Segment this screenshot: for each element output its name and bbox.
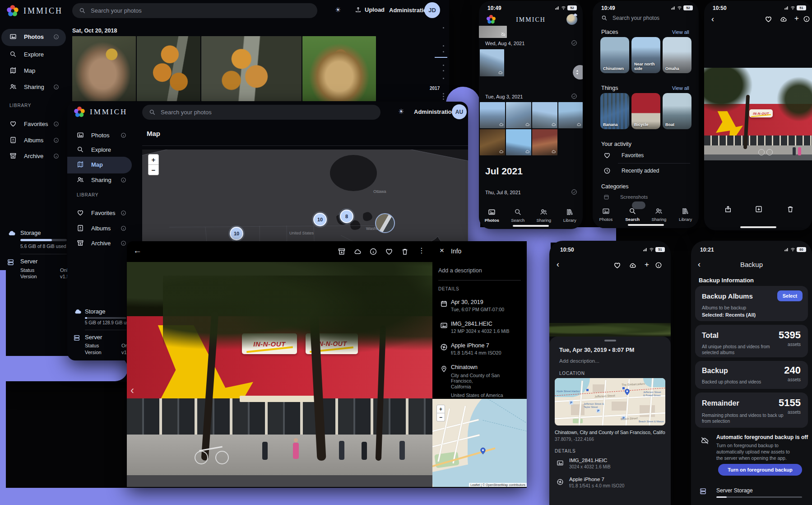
tab-photos[interactable]: Photos [479,208,505,223]
info-icon[interactable] [803,15,810,23]
administration-link[interactable]: Administration [414,108,455,115]
activity-favorites-row[interactable]: Favorites [603,152,644,159]
sidebar-item-explore[interactable]: Explore [9,51,44,58]
photo-tile[interactable] [506,129,531,155]
zoom-out-button[interactable]: − [436,413,445,421]
app-logo[interactable]: IMMICH [6,5,63,17]
favorite-heart-icon[interactable] [613,262,621,269]
previous-photo-chevron[interactable]: ‹ [130,384,134,397]
close-icon[interactable]: × [440,246,444,255]
trash-icon[interactable] [786,205,794,213]
map-cluster[interactable]: 8 [340,210,353,223]
theme-toggle-sun-icon[interactable]: ☀ [335,6,341,14]
info-icon[interactable] [121,240,126,246]
upload-button[interactable]: Upload [355,6,385,13]
sidebar-item-sharing[interactable]: Sharing [9,83,44,90]
theme-toggle-sun-icon[interactable]: ☀ [398,108,404,116]
search-input[interactable]: Search your photos [601,15,659,21]
thing-card[interactable]: Boat [663,93,691,129]
share-icon[interactable] [724,205,732,213]
photo-tile[interactable] [480,102,505,128]
map-photo-marker[interactable] [375,213,395,233]
tab-search[interactable]: Search [505,208,531,223]
user-avatar[interactable]: JD [424,2,440,18]
back-chevron-icon[interactable]: ‹ [711,14,714,24]
tab-photos[interactable]: Photos [593,207,619,222]
location-mini-map[interactable]: + − Leaflet | © OpenStreetMap contributo… [432,399,527,487]
favorite-heart-icon[interactable] [765,15,772,23]
place-card[interactable]: Chinatown [600,37,629,73]
photo-thumbnail-mushroom-1[interactable] [72,36,136,101]
place-card[interactable]: Near north side [631,37,660,73]
sidebar-item-map-row[interactable]: Map [77,161,103,168]
photo-thumbnail-mushroom-2[interactable] [137,36,200,101]
info-icon[interactable] [53,137,59,143]
select-button[interactable]: Select [777,290,803,301]
photo-tile[interactable] [558,102,583,128]
thing-card[interactable]: Bicycle [631,93,660,129]
info-icon[interactable] [369,248,377,256]
thing-card[interactable]: Banana [600,93,629,129]
sidebar-item-photos-row[interactable]: Photos [9,33,44,40]
photo-thumbnail-mushroom-basket[interactable] [302,36,376,101]
profile-avatar[interactable] [566,14,577,25]
sidebar-item-explore[interactable]: Explore [77,146,111,153]
search-input[interactable]: Search your photos [72,3,317,18]
photo-tile[interactable] [479,26,507,38]
info-icon[interactable] [121,132,126,138]
place-card[interactable]: Omaha [663,37,691,73]
sidebar-item-favorites[interactable]: Favorites [9,120,48,127]
photo-tile[interactable] [532,129,557,155]
info-icon[interactable] [121,177,126,183]
sheet-drag-handle[interactable] [604,340,616,341]
photo-thumbnail-mushroom-3[interactable] [201,36,302,101]
favorite-heart-icon[interactable] [385,248,393,256]
info-icon[interactable] [121,210,126,216]
info-icon[interactable] [53,121,59,127]
sidebar-item-albums[interactable]: Albums [77,224,111,232]
map-cluster[interactable]: 10 [230,227,243,240]
back-chevron-icon[interactable]: ‹ [557,260,559,269]
add-description-field[interactable]: Add a description [438,267,482,274]
select-check-icon[interactable] [571,40,577,46]
archive-icon[interactable] [338,248,346,256]
sidebar-item-albums[interactable]: Albums [9,136,43,144]
sidebar-item-archive[interactable]: Archive [9,152,43,159]
sidebar-item-favorites[interactable]: Favorites [77,209,115,216]
upload-cloud-icon[interactable] [780,15,787,23]
photo-tile[interactable] [532,102,557,128]
trash-icon[interactable] [401,248,409,256]
tab-search[interactable]: Search [619,207,646,222]
add-plus-icon[interactable]: + [645,260,649,269]
home-indicator[interactable] [513,225,549,227]
app-logo[interactable]: IMMICH [74,106,127,118]
search-input[interactable]: Search your photos [142,105,380,120]
info-icon[interactable] [53,84,59,90]
add-description-field[interactable]: Add description... [559,358,599,364]
category-screenshots-row[interactable]: Screenshots [603,194,648,200]
photo-tile[interactable] [480,129,505,155]
info-icon[interactable] [53,153,59,159]
scrubber-handle[interactable] [573,65,583,79]
select-check-icon[interactable] [571,189,577,195]
sidebar-item-archive[interactable]: Archive [77,239,111,247]
things-view-all[interactable]: View all [672,85,689,91]
tab-library[interactable]: Library [672,207,699,222]
home-indicator[interactable] [740,226,776,228]
photo-image[interactable]: IN-N-OUT [704,68,812,160]
photo-viewer-image[interactable]: IN-N-OUT IN-N-OUT ‹ [127,262,432,487]
sidebar-item-photos[interactable]: Photos [77,131,109,139]
sidebar-item-map[interactable]: Map [9,67,35,74]
zoom-in-button[interactable]: + [148,154,159,165]
download-box-icon[interactable] [755,205,763,213]
sidebar-item-sharing[interactable]: Sharing [77,176,111,183]
upload-cloud-icon[interactable] [629,262,636,269]
download-cloud-icon[interactable] [353,248,362,256]
tab-sharing[interactable]: Sharing [646,207,673,222]
tab-library[interactable]: Library [557,208,583,223]
turn-on-backup-button[interactable]: Turn on foreground backup [718,464,802,476]
zoom-out-button[interactable]: − [148,165,159,175]
map-cluster[interactable]: 10 [313,213,327,226]
add-plus-icon[interactable]: + [794,14,799,23]
more-menu-icon[interactable]: ⋮ [418,246,425,255]
